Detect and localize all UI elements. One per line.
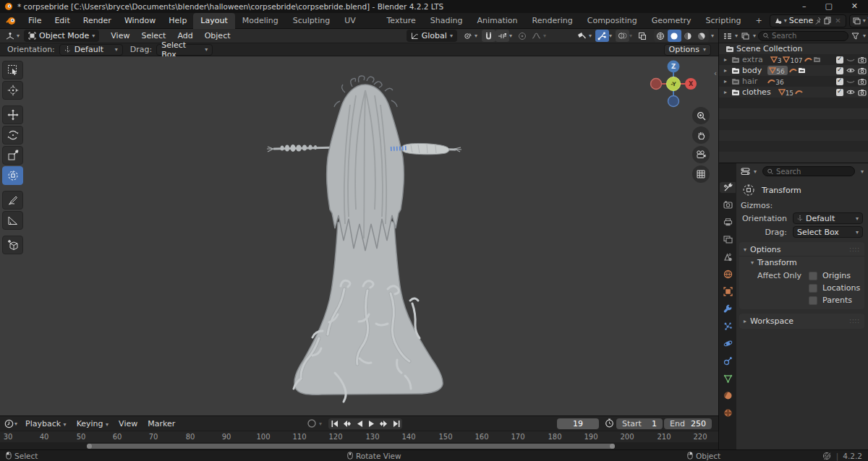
properties-tab-world[interactable] bbox=[720, 269, 736, 280]
camera-visibility-icon[interactable] bbox=[858, 89, 867, 96]
model-corpsebride[interactable] bbox=[0, 56, 718, 415]
timeline-scrollbar-thumb[interactable] bbox=[87, 444, 615, 449]
viewport-menu-add[interactable]: Add bbox=[171, 31, 198, 40]
viewport-3d[interactable]: Z X -Y ‹ bbox=[0, 56, 718, 415]
menu-help[interactable]: Help bbox=[162, 13, 193, 29]
outliner-row-body[interactable]: ▸ body 56 bbox=[719, 65, 868, 76]
viewlayer-selector[interactable]: ▾ ViewLayer ✕ bbox=[849, 14, 868, 27]
tool-add-cube[interactable] bbox=[2, 236, 23, 254]
shading-wireframe-button[interactable] bbox=[654, 30, 668, 42]
eye-open-icon[interactable] bbox=[846, 89, 855, 95]
tool-transform[interactable] bbox=[2, 166, 23, 185]
eye-open-icon[interactable] bbox=[846, 67, 855, 74]
menu-window[interactable]: Window bbox=[118, 13, 162, 29]
tool-annotate[interactable] bbox=[2, 191, 23, 210]
outliner-search-input[interactable] bbox=[772, 32, 843, 40]
tool-scale[interactable] bbox=[2, 146, 23, 165]
transform-subpanel-header[interactable]: ▾ Transform bbox=[739, 256, 864, 268]
collection-checkbox[interactable] bbox=[836, 56, 843, 64]
drag-dropdown[interactable]: Select Box ▾ bbox=[156, 44, 213, 56]
properties-tab-material[interactable] bbox=[720, 390, 736, 401]
tool-rotate[interactable] bbox=[2, 126, 23, 145]
menu-render[interactable]: Render bbox=[77, 13, 118, 29]
outliner-row-scene-collection[interactable]: Scene Collection bbox=[719, 43, 868, 54]
frame-range-end[interactable]: End 250 bbox=[664, 418, 712, 429]
blender-logo-icon[interactable] bbox=[0, 17, 22, 25]
workspace-tab-layout[interactable]: Layout bbox=[193, 13, 234, 29]
shading-solid-button[interactable] bbox=[668, 30, 681, 42]
outliner-row-clothes[interactable]: ▸ clothes 15 bbox=[719, 87, 868, 98]
navigation-gizmo[interactable]: Z X -Y bbox=[649, 59, 698, 108]
next-keyframe-button[interactable] bbox=[378, 418, 390, 429]
panel-grip-icon[interactable]: :::: bbox=[849, 246, 860, 253]
camera-visibility-icon[interactable] bbox=[858, 56, 867, 64]
properties-tab-render[interactable] bbox=[720, 199, 736, 210]
show-overlays-toggle[interactable] bbox=[616, 30, 629, 42]
shading-rendered-button[interactable] bbox=[695, 30, 709, 42]
properties-tab-output[interactable] bbox=[720, 217, 736, 228]
unlink-scene-icon[interactable]: ✕ bbox=[833, 17, 842, 25]
camera-visibility-icon[interactable] bbox=[858, 67, 867, 74]
timeline-menu-keying[interactable]: Keying ▾ bbox=[72, 419, 114, 428]
orientation-dropdown[interactable]: Default ▾ bbox=[59, 44, 123, 56]
properties-tab-tool[interactable] bbox=[720, 182, 736, 193]
editor-type-button[interactable] bbox=[3, 30, 17, 42]
timeline-ruler[interactable]: 30 40 50 60 70 80 90 100 110 120 130 140… bbox=[0, 431, 718, 442]
current-frame-field[interactable]: 19 bbox=[557, 418, 599, 429]
outliner-display-mode-icon[interactable] bbox=[722, 30, 733, 42]
workspace-tab-animation[interactable]: Animation bbox=[469, 13, 524, 29]
outliner-row-extra[interactable]: ▸ extra 3 107 bbox=[719, 54, 868, 65]
menu-file[interactable]: File bbox=[22, 13, 48, 29]
shading-material-button[interactable] bbox=[681, 30, 695, 42]
workspace-tab-modeling[interactable]: Modeling bbox=[235, 13, 286, 29]
collection-checkbox[interactable] bbox=[836, 78, 843, 85]
jump-to-start-button[interactable] bbox=[328, 418, 341, 429]
eye-closed-icon[interactable] bbox=[846, 57, 855, 63]
prev-keyframe-button[interactable] bbox=[341, 418, 353, 429]
locations-checkbox[interactable] bbox=[809, 284, 817, 293]
workspace-tab-uv-editing[interactable]: UV Editing bbox=[337, 13, 379, 29]
filter-funnel-icon[interactable] bbox=[851, 30, 861, 42]
camera-view-button[interactable] bbox=[692, 146, 710, 163]
snap-magnet-icon[interactable] bbox=[482, 30, 495, 42]
pivot-point-icon[interactable] bbox=[461, 30, 475, 42]
properties-tab-scene[interactable] bbox=[720, 251, 736, 262]
eye-closed-icon[interactable] bbox=[846, 79, 855, 85]
maximize-button[interactable]: ▢ bbox=[825, 0, 832, 13]
toggle-perspective-button[interactable] bbox=[692, 165, 710, 183]
properties-search-input[interactable] bbox=[776, 168, 850, 176]
camera-visibility-icon[interactable] bbox=[858, 78, 867, 85]
options-panel-header[interactable]: ▾ Options :::: bbox=[739, 244, 864, 256]
expand-arrow-icon[interactable]: ▸ bbox=[720, 67, 731, 74]
pan-view-button[interactable] bbox=[692, 126, 710, 144]
timeline-menu-playback[interactable]: Playback ▾ bbox=[20, 419, 72, 428]
outliner-search[interactable] bbox=[758, 31, 848, 41]
workspace-tab-sculpting[interactable]: Sculpting bbox=[286, 13, 337, 29]
expand-arrow-icon[interactable]: ▸ bbox=[720, 89, 731, 95]
workspace-tab-compositing[interactable]: Compositing bbox=[580, 13, 644, 29]
transform-orientation-selector[interactable]: Global ▾ bbox=[407, 30, 457, 42]
workspace-tab-geometry-nodes[interactable]: Geometry Nodes bbox=[644, 13, 699, 29]
close-button[interactable]: ✕ bbox=[851, 0, 858, 13]
properties-tab-constraints[interactable] bbox=[720, 356, 736, 366]
viewport-menu-object[interactable]: Object bbox=[199, 31, 237, 40]
jump-to-end-button[interactable] bbox=[390, 418, 402, 429]
proportional-falloff-icon[interactable] bbox=[529, 30, 543, 42]
properties-tab-object[interactable] bbox=[720, 286, 736, 297]
timeline-scrollbar[interactable] bbox=[0, 442, 718, 449]
properties-orientation-dropdown[interactable]: Default ▾ bbox=[793, 212, 863, 224]
tool-measure[interactable] bbox=[2, 211, 23, 230]
timeline-menu-marker[interactable]: Marker bbox=[142, 419, 180, 428]
properties-tab-texture[interactable] bbox=[720, 408, 736, 418]
menu-edit[interactable]: Edit bbox=[48, 13, 76, 29]
origins-checkbox[interactable] bbox=[809, 272, 817, 280]
minimize-button[interactable]: – bbox=[802, 0, 807, 13]
properties-tab-particles[interactable] bbox=[720, 321, 736, 332]
frame-range-start[interactable]: Start 1 bbox=[616, 418, 663, 429]
properties-tab-modifiers[interactable] bbox=[720, 303, 736, 314]
collection-checkbox[interactable] bbox=[836, 89, 843, 96]
tool-move[interactable] bbox=[2, 105, 23, 124]
workspace-tab-texture-paint[interactable]: Texture Paint bbox=[380, 13, 423, 29]
properties-editor-type-button[interactable] bbox=[739, 165, 751, 178]
workspace-panel-header[interactable]: ▸ Workspace :::: bbox=[739, 315, 864, 327]
